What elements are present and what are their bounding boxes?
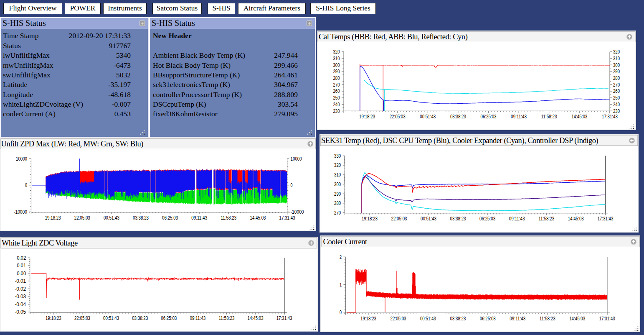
svg-text:290: 290 [334, 191, 341, 197]
svg-text:17:31:43: 17:31:43 [599, 315, 615, 321]
svg-text:-0.02: -0.02 [15, 286, 26, 292]
svg-text:00:51:43: 00:51:43 [421, 216, 436, 222]
svg-text:Unfilt ZPD Max (LW: Red, MW: G: Unfilt ZPD Max (LW: Red, MW: Grn, SW: Bl… [1, 140, 144, 148]
svg-text:09:11:43: 09:11:43 [510, 315, 525, 321]
svg-text:0: 0 [340, 309, 342, 315]
svg-text:300: 300 [613, 62, 620, 68]
svg-text:290: 290 [613, 69, 620, 74]
svg-text:290: 290 [333, 69, 340, 74]
svg-text:06:25:03: 06:25:03 [481, 114, 497, 120]
svg-text:03:38:23: 03:38:23 [133, 215, 149, 221]
svg-text:17:31:43: 17:31:43 [602, 114, 618, 120]
svg-text:00:51:43: 00:51:43 [420, 114, 436, 120]
svg-text:03:38:23: 03:38:23 [450, 114, 466, 120]
svg-text:300: 300 [333, 62, 340, 68]
svg-text:09:11:43: 09:11:43 [509, 216, 525, 222]
svg-text:17:31:43: 17:31:43 [597, 216, 613, 222]
svg-text:250: 250 [333, 95, 340, 101]
svg-text:00:51:43: 00:51:43 [420, 315, 436, 321]
svg-text:-10000: -10000 [14, 209, 27, 215]
svg-text:-0.01: -0.01 [15, 278, 26, 284]
svg-text:260: 260 [333, 88, 340, 94]
svg-text:06:25:03: 06:25:03 [162, 215, 178, 221]
svg-text:09:11:43: 09:11:43 [190, 315, 205, 321]
svg-text:310: 310 [334, 172, 341, 178]
svg-text:310: 310 [333, 56, 340, 61]
svg-text:330: 330 [334, 153, 341, 159]
svg-text:0.02: 0.02 [17, 255, 26, 261]
svg-text:11:58:23: 11:58:23 [219, 315, 235, 321]
svg-text:2: 2 [340, 254, 342, 260]
svg-text:240: 240 [333, 102, 340, 107]
svg-text:280: 280 [334, 200, 341, 206]
svg-text:11:58:23: 11:58:23 [221, 215, 236, 221]
svg-text:14:45:03: 14:45:03 [250, 215, 266, 221]
svg-text:17:31:43: 17:31:43 [276, 315, 292, 321]
svg-text:00:51:43: 00:51:43 [103, 315, 119, 321]
svg-text:22:05:03: 22:05:03 [74, 315, 90, 321]
svg-text:17:31:43: 17:31:43 [279, 215, 295, 221]
svg-text:11:58:23: 11:58:23 [540, 315, 555, 321]
svg-text:270: 270 [334, 210, 341, 216]
svg-text:230: 230 [613, 108, 620, 114]
svg-text:280: 280 [333, 75, 340, 81]
svg-text:1: 1 [340, 281, 342, 287]
svg-text:Cooler Current: Cooler Current [323, 238, 368, 246]
svg-text:-0.05: -0.05 [15, 309, 26, 315]
svg-text:0: 0 [25, 182, 27, 188]
svg-text:0: 0 [291, 182, 293, 188]
svg-text:14:45:03: 14:45:03 [571, 114, 587, 120]
svg-text:03:38:23: 03:38:23 [450, 315, 466, 321]
svg-text:10000: 10000 [16, 156, 27, 162]
svg-text:260: 260 [613, 88, 620, 94]
svg-text:03:38:23: 03:38:23 [450, 216, 466, 222]
svg-text:06:25:03: 06:25:03 [479, 216, 495, 222]
svg-text:300: 300 [334, 182, 341, 187]
svg-text:10000: 10000 [291, 156, 302, 162]
svg-text:White Light ZDC Voltage: White Light ZDC Voltage [2, 239, 78, 247]
svg-text:270: 270 [333, 82, 340, 88]
svg-text:06:25:03: 06:25:03 [161, 315, 177, 321]
svg-text:310: 310 [613, 56, 620, 61]
svg-text:-0.03: -0.03 [15, 294, 26, 299]
svg-text:22:05:03: 22:05:03 [390, 114, 406, 120]
svg-text:00:51:43: 00:51:43 [104, 215, 119, 221]
svg-text:250: 250 [613, 95, 620, 101]
svg-text:320: 320 [333, 49, 340, 55]
svg-text:19:18:23: 19:18:23 [45, 215, 61, 221]
svg-text:0.01: 0.01 [17, 263, 26, 269]
svg-text:230: 230 [333, 108, 340, 114]
svg-text:270: 270 [613, 82, 620, 88]
svg-text:11:58:23: 11:58:23 [541, 114, 557, 120]
svg-text:14:45:03: 14:45:03 [568, 216, 584, 222]
svg-text:Cal Temps (HBB: Red, ABB: Blu,: Cal Temps (HBB: Red, ABB: Blu, Reflected… [319, 33, 468, 41]
svg-text:-10000: -10000 [291, 209, 304, 215]
svg-text:22:05:03: 22:05:03 [391, 216, 407, 222]
svg-text:19:18:23: 19:18:23 [360, 315, 376, 321]
svg-text:14:45:03: 14:45:03 [569, 315, 585, 321]
svg-text:14:45:03: 14:45:03 [248, 315, 264, 321]
svg-text:22:05:03: 22:05:03 [390, 315, 406, 321]
svg-text:09:11:43: 09:11:43 [511, 114, 527, 120]
svg-text:09:11:43: 09:11:43 [191, 215, 207, 221]
svg-text:320: 320 [334, 162, 341, 168]
svg-text:22:05:03: 22:05:03 [74, 215, 90, 221]
svg-text:-0.04: -0.04 [15, 302, 26, 307]
svg-text:19:18:23: 19:18:23 [362, 216, 378, 222]
svg-text:280: 280 [613, 75, 620, 81]
svg-text:0.00: 0.00 [17, 271, 26, 276]
svg-text:320: 320 [613, 49, 620, 55]
svg-text:06:25:03: 06:25:03 [480, 315, 496, 321]
svg-text:SEK31 Temp (Red), DSC CPU Temp: SEK31 Temp (Red), DSC CPU Temp (Blu), Co… [321, 136, 598, 145]
svg-text:240: 240 [613, 102, 620, 107]
svg-text:11:58:23: 11:58:23 [538, 216, 554, 222]
svg-text:19:18:23: 19:18:23 [359, 114, 375, 120]
svg-text:19:18:23: 19:18:23 [46, 315, 61, 321]
svg-text:03:38:23: 03:38:23 [132, 315, 148, 321]
